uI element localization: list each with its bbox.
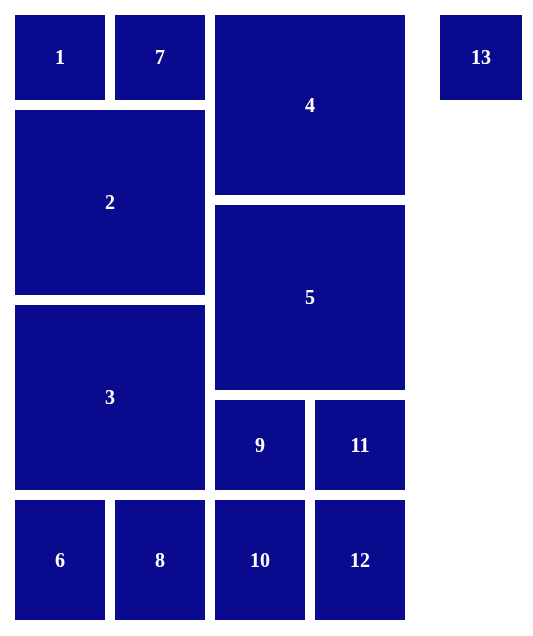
tile-label: 8 [155, 549, 165, 572]
tile-4: 4 [215, 15, 405, 195]
tile-8: 8 [115, 500, 205, 620]
tile-1: 1 [15, 15, 105, 100]
tile-label: 10 [250, 549, 270, 572]
tile-3: 3 [15, 305, 205, 490]
tile-label: 6 [55, 549, 65, 572]
tile-9: 9 [215, 400, 305, 490]
tile-11: 11 [315, 400, 405, 490]
tile-label: 2 [105, 191, 115, 214]
tile-label: 4 [305, 94, 315, 117]
tile-label: 1 [55, 46, 65, 69]
tile-label: 9 [255, 434, 265, 457]
tile-7: 7 [115, 15, 205, 100]
tile-5: 5 [215, 205, 405, 390]
tile-12: 12 [315, 500, 405, 620]
tile-10: 10 [215, 500, 305, 620]
tile-2: 2 [15, 110, 205, 295]
tile-label: 5 [305, 286, 315, 309]
tile-label: 11 [351, 434, 370, 457]
tile-label: 12 [350, 549, 370, 572]
tile-label: 13 [471, 46, 491, 69]
tile-label: 7 [155, 46, 165, 69]
tile-label: 3 [105, 386, 115, 409]
tile-6: 6 [15, 500, 105, 620]
tile-13: 13 [440, 15, 522, 100]
